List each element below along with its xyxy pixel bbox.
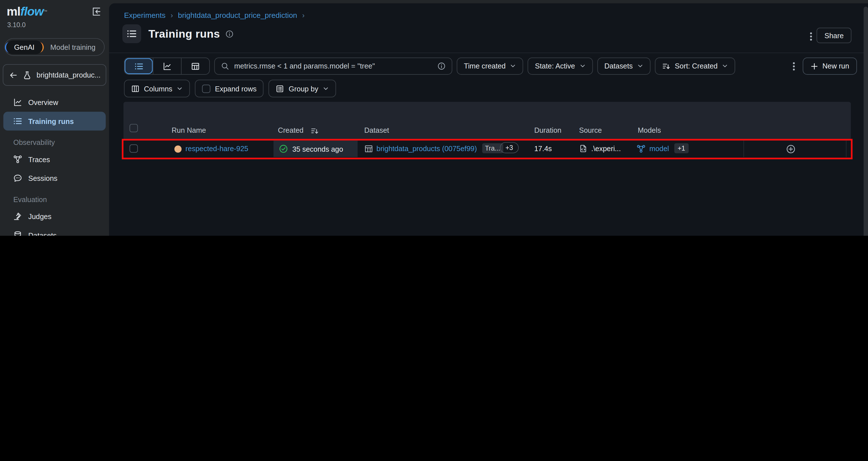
chevron-down-icon [580, 63, 586, 69]
model-link[interactable]: model [649, 144, 669, 153]
row-divider [846, 141, 846, 157]
breadcrumb-experiment-name[interactable]: brightdata_product_price_prediction [178, 11, 297, 19]
dataset-more-button[interactable]: +3 [500, 142, 519, 153]
breadcrumb: Experiments › brightdata_product_price_p… [124, 11, 305, 19]
sidebar-item-sessions[interactable]: Sessions [3, 169, 106, 187]
toolbar-kebab-menu[interactable] [789, 62, 798, 70]
check-circle-icon [279, 144, 288, 153]
time-created-filter[interactable]: Time created [457, 58, 523, 75]
tab-genai[interactable]: GenAI [5, 41, 44, 53]
version-label: 3.10.0 [0, 18, 109, 29]
search-info-icon[interactable] [437, 62, 445, 70]
gavel-icon [13, 212, 22, 221]
chevron-down-icon [177, 86, 183, 92]
dataset-link[interactable]: brightdata_products (0075ef99) [376, 144, 477, 153]
group-by-icon [276, 84, 284, 93]
view-table-button[interactable] [181, 58, 209, 74]
sort-icon [662, 62, 670, 70]
info-icon[interactable] [225, 30, 234, 38]
table-controls: Columns Expand rows Group by [124, 79, 336, 97]
sidebar: mlflow™ 3.10.0 GenAI Model training brig… [0, 0, 109, 236]
chevron-down-icon [510, 63, 516, 69]
chevron-down-icon [722, 63, 728, 69]
training-runs-icon [122, 24, 141, 43]
list-icon [13, 117, 22, 125]
created-value: 35 seconds ago [292, 144, 343, 153]
traces-icon [13, 155, 22, 164]
title-row: Training runs [122, 24, 234, 43]
source-value: .\experi... [591, 144, 621, 153]
view-toggle-group [124, 58, 210, 75]
sidebar-item-traces[interactable]: Traces [3, 150, 106, 169]
run-row[interactable]: respected-hare-925 35 seconds ago bright… [123, 141, 851, 157]
columns-button[interactable]: Columns [124, 79, 190, 97]
runs-table: Run Name Created Dataset Duration Source… [123, 102, 851, 157]
dataset-table-icon [364, 144, 373, 153]
search-input[interactable] [234, 62, 432, 70]
sidebar-item-training-runs[interactable]: Training runs [3, 112, 106, 130]
scrollbar[interactable] [864, 6, 868, 236]
col-duration[interactable]: Duration [534, 126, 561, 134]
view-chart-button[interactable] [153, 58, 181, 74]
main-content: Experiments › brightdata_product_price_p… [109, 3, 868, 236]
run-status-dot [175, 145, 182, 153]
page-title: Training runs [148, 28, 220, 40]
state-filter[interactable]: State: Active [528, 58, 593, 75]
header-divider [109, 53, 868, 53]
expand-rows-button[interactable]: Expand rows [195, 79, 264, 97]
sidebar-nav: Overview Training runs Observability Tra… [0, 93, 109, 236]
back-arrow-icon[interactable] [9, 70, 18, 79]
share-button[interactable]: Share [817, 28, 851, 43]
chart-icon [13, 98, 22, 107]
models-more-badge: +1 [674, 143, 688, 153]
select-all-checkbox[interactable] [129, 124, 137, 132]
logo-row: mlflow™ [0, 0, 109, 18]
tab-model-training[interactable]: Model training [43, 40, 102, 54]
col-run-name[interactable]: Run Name [172, 126, 206, 134]
duration-value: 17.4s [534, 144, 552, 153]
sidebar-item-judges[interactable]: Judges [3, 207, 106, 226]
plus-icon [810, 62, 818, 70]
sidebar-item-datasets[interactable]: Datasets [3, 226, 106, 236]
breadcrumb-separator: › [302, 11, 304, 19]
col-source[interactable]: Source [579, 126, 602, 134]
mode-switcher: GenAI Model training [4, 38, 105, 56]
runs-toolbar: Time created State: Active Datasets Sort… [124, 58, 857, 75]
header-kebab-menu[interactable] [810, 32, 812, 41]
mlflow-logo: mlflow™ [6, 6, 47, 18]
breadcrumb-separator: › [170, 11, 173, 19]
created-sort-icon[interactable] [311, 127, 319, 135]
chevron-down-icon [323, 86, 329, 92]
sort-dropdown[interactable]: Sort: Created [655, 58, 735, 75]
col-models[interactable]: Models [638, 126, 661, 134]
columns-icon [131, 84, 140, 93]
chevron-down-icon [637, 63, 644, 69]
experiment-selector[interactable]: brightdata_produc... [3, 64, 106, 86]
col-created[interactable]: Created [278, 126, 303, 134]
search-box [214, 58, 453, 75]
mlflow-app: mlflow™ 3.10.0 GenAI Model training brig… [0, 0, 868, 236]
speech-bubble-icon [13, 174, 22, 183]
model-network-icon [637, 144, 645, 153]
breadcrumb-experiments[interactable]: Experiments [124, 11, 166, 19]
source-file-icon [579, 144, 587, 153]
col-dataset[interactable]: Dataset [364, 126, 389, 134]
search-icon [221, 62, 229, 70]
section-evaluation: Evaluation [0, 191, 109, 207]
experiment-name: brightdata_produc... [36, 71, 100, 79]
datasets-filter[interactable]: Datasets [597, 58, 651, 75]
run-name-link[interactable]: respected-hare-925 [185, 144, 248, 153]
table-header: Run Name Created Dataset Duration Source… [123, 102, 851, 141]
add-column-icon[interactable] [786, 144, 796, 154]
database-icon [13, 231, 22, 236]
section-observability: Observability [0, 134, 109, 150]
collapse-sidebar-icon[interactable] [90, 6, 102, 18]
sidebar-item-overview[interactable]: Overview [3, 93, 106, 111]
group-by-button[interactable]: Group by [269, 79, 336, 97]
experiment-flask-icon [23, 70, 31, 79]
new-run-button[interactable]: New run [803, 58, 857, 75]
view-list-button[interactable] [125, 58, 153, 74]
row-divider [743, 141, 744, 157]
row-checkbox[interactable] [129, 144, 137, 153]
expand-rows-checkbox[interactable] [202, 84, 210, 93]
